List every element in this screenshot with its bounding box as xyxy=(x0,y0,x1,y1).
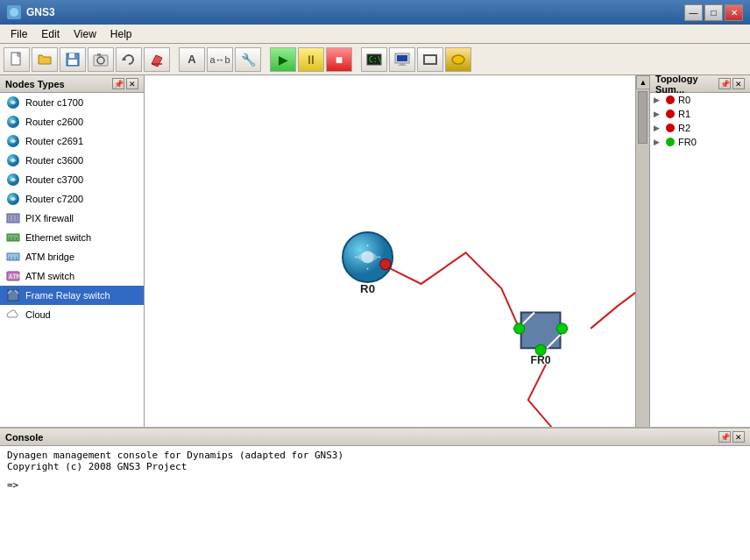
svg-rect-5 xyxy=(69,53,74,58)
svg-rect-18 xyxy=(424,55,436,64)
router-icon xyxy=(5,152,21,168)
console-content: Dynagen management console for Dynamips … xyxy=(0,446,750,494)
svg-rect-9 xyxy=(97,53,101,56)
menu-file[interactable]: File xyxy=(4,25,34,43)
ellipse-button[interactable] xyxy=(445,47,471,72)
console-close[interactable]: ✕ xyxy=(732,431,745,443)
router-icon xyxy=(5,133,21,149)
svg-point-76 xyxy=(514,323,525,334)
topology-panel-close[interactable]: ✕ xyxy=(732,78,745,89)
window-controls: — □ ✕ xyxy=(684,4,743,21)
topo-dot-R1 xyxy=(666,110,675,118)
text-b-button[interactable]: a↔b xyxy=(207,47,233,72)
frame-relay-icon xyxy=(5,287,21,303)
topo-item-R0[interactable]: ▶ R0 xyxy=(650,93,750,107)
app-title: GNS3 xyxy=(26,6,55,18)
menu-edit[interactable]: Edit xyxy=(34,25,67,43)
node-item-router-c2691[interactable]: Router c2691 xyxy=(0,131,144,151)
svg-rect-16 xyxy=(400,63,405,65)
text-a-button[interactable]: A xyxy=(179,47,205,72)
ethernet-switch-icon xyxy=(5,230,21,245)
console-button[interactable]: C:\ xyxy=(361,47,387,72)
nodes-panel-close[interactable]: ✕ xyxy=(126,78,138,89)
topo-item-FR0[interactable]: ▶ FR0 xyxy=(650,135,750,149)
svg-rect-15 xyxy=(397,55,407,61)
console-panel: Console 📌 ✕ Dynagen management console f… xyxy=(0,427,750,560)
cloud-icon xyxy=(5,307,21,323)
svg-point-31 xyxy=(11,197,15,201)
topology-panel-pin[interactable]: 📌 xyxy=(718,78,731,89)
node-item-cloud[interactable]: Cloud xyxy=(0,305,144,324)
topo-item-R2[interactable]: ▶ R2 xyxy=(650,121,750,135)
atm-bridge-icon xyxy=(5,249,21,265)
topo-dot-FR0 xyxy=(666,138,675,146)
new-button[interactable] xyxy=(4,47,30,72)
svg-text:ATM: ATM xyxy=(9,273,20,280)
router-icon xyxy=(5,95,21,110)
topology-panel-title: Topology Sum... xyxy=(655,74,718,95)
app-icon xyxy=(7,5,21,19)
svg-rect-17 xyxy=(398,65,407,66)
node-item-atm-switch[interactable]: ATM ATM switch xyxy=(0,266,144,286)
console-pin[interactable]: 📌 xyxy=(718,431,731,443)
svg-rect-64 xyxy=(521,313,561,349)
topology-list: ▶ R0 ▶ R1 ▶ R2 ▶ FR0 xyxy=(650,93,750,149)
svg-point-0 xyxy=(10,8,18,17)
svg-point-21 xyxy=(11,101,15,104)
topo-dot-R0 xyxy=(666,96,675,104)
svg-point-25 xyxy=(11,139,15,143)
menu-help[interactable]: Help xyxy=(103,25,139,43)
console-line2: Copyright (c) 2008 GNS3 Project xyxy=(7,461,743,472)
snapshot-button[interactable] xyxy=(88,47,114,72)
node-item-router-c7200[interactable]: Router c7200 xyxy=(0,189,144,209)
svg-point-23 xyxy=(11,120,15,124)
erase-button[interactable] xyxy=(144,47,170,72)
save-button[interactable] xyxy=(60,47,86,72)
node-item-atm-bridge[interactable]: ATM bridge xyxy=(0,247,144,266)
menu-bar: File Edit View Help xyxy=(0,25,750,44)
title-bar: GNS3 — □ ✕ xyxy=(0,0,750,25)
svg-text:C:\: C:\ xyxy=(369,56,382,64)
svg-text:R0: R0 xyxy=(360,282,375,295)
topo-item-R1[interactable]: ▶ R1 xyxy=(650,107,750,121)
router-icon xyxy=(5,172,21,188)
maximize-button[interactable]: □ xyxy=(704,4,723,21)
menu-view[interactable]: View xyxy=(67,25,103,43)
topology-panel-header: Topology Sum... 📌 ✕ xyxy=(650,75,750,93)
firewall-icon xyxy=(5,210,21,226)
stop-button[interactable]: ■ xyxy=(326,47,352,72)
topo-dot-R2 xyxy=(666,124,675,132)
node-item-router-c3600[interactable]: Router c3600 xyxy=(0,151,144,170)
svg-rect-6 xyxy=(68,60,77,65)
scroll-up-button[interactable]: ▲ xyxy=(636,75,649,89)
nodes-panel-pin[interactable]: 📌 xyxy=(112,78,124,89)
node-item-ethernet-switch[interactable]: Ethernet switch xyxy=(0,228,144,247)
router-icon xyxy=(5,191,21,207)
minimize-button[interactable]: — xyxy=(684,4,703,21)
node-item-pix-firewall[interactable]: PIX firewall xyxy=(0,209,144,228)
start-button[interactable]: ▶ xyxy=(270,47,296,72)
svg-point-75 xyxy=(380,259,391,269)
monitor-button[interactable] xyxy=(389,47,415,72)
console-header: Console 📌 ✕ xyxy=(0,429,750,446)
svg-point-51 xyxy=(361,251,373,263)
svg-point-79 xyxy=(535,344,546,355)
svg-point-27 xyxy=(11,159,15,162)
restore-button[interactable] xyxy=(116,47,142,72)
console-title: Console xyxy=(5,432,43,443)
node-item-frame-relay-switch[interactable]: Frame Relay switch xyxy=(0,286,144,305)
rectangle-button[interactable] xyxy=(417,47,443,72)
svg-point-77 xyxy=(556,323,567,334)
close-button[interactable]: ✕ xyxy=(725,4,743,21)
router-icon xyxy=(5,114,21,130)
node-item-router-c1700[interactable]: Router c1700 xyxy=(0,93,144,112)
console-prompt: => xyxy=(7,479,743,491)
wrench-button[interactable]: 🔧 xyxy=(235,47,261,72)
node-item-router-c2600[interactable]: Router c2600 xyxy=(0,112,144,131)
open-button[interactable] xyxy=(32,47,58,72)
atm-switch-icon: ATM xyxy=(5,268,21,284)
pause-button[interactable]: ⏸ xyxy=(298,47,324,72)
svg-point-29 xyxy=(11,178,15,181)
node-item-router-c3700[interactable]: Router c3700 xyxy=(0,170,144,189)
nodes-panel-header: Nodes Types 📌 ✕ xyxy=(0,75,144,93)
